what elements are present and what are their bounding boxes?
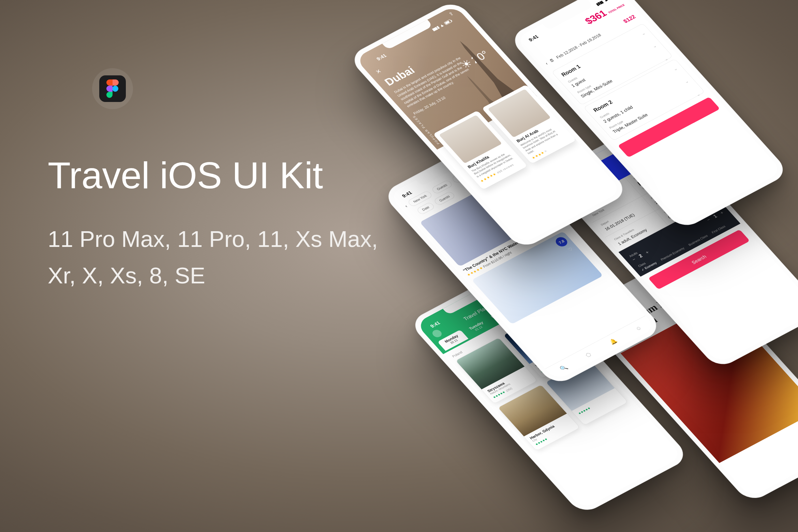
figma-badge bbox=[92, 68, 133, 109]
minus-button[interactable]: − bbox=[705, 217, 711, 222]
plus-button[interactable]: + bbox=[719, 210, 725, 215]
figma-icon bbox=[99, 75, 126, 102]
chevron-down-icon[interactable]: ⌄ bbox=[683, 78, 690, 84]
chevron-down-icon[interactable]: ⌄ bbox=[663, 56, 669, 62]
nightly-amount: $122 bbox=[622, 14, 637, 24]
rating-dots: ●●●●● bbox=[577, 406, 591, 415]
chevron-down-icon[interactable]: ⌄ bbox=[651, 43, 658, 49]
tab-search-icon[interactable]: 🔍 bbox=[558, 364, 569, 372]
avatar[interactable] bbox=[431, 328, 444, 339]
tab-bell-icon[interactable]: 🔔 bbox=[608, 338, 619, 346]
tab-profile-icon[interactable]: ☺ bbox=[634, 325, 643, 332]
clock: 9:41 bbox=[375, 53, 388, 61]
chevron-down-icon[interactable]: ⌄ bbox=[695, 92, 701, 98]
search-label: Search bbox=[691, 254, 708, 265]
svg-point-0 bbox=[112, 86, 118, 92]
adults-count: 2 bbox=[637, 253, 644, 258]
battery-icon bbox=[444, 19, 452, 25]
plus-button[interactable]: + bbox=[644, 250, 650, 255]
children-count: 1 bbox=[712, 213, 718, 219]
minus-button[interactable]: − bbox=[631, 256, 637, 262]
back-icon[interactable]: ‹ bbox=[404, 204, 409, 209]
calendar-icon: 🗓 bbox=[548, 58, 555, 63]
back-icon[interactable]: ‹ bbox=[544, 61, 549, 66]
signal-icon: ▮▮▮▮ bbox=[431, 25, 440, 32]
tab-home-icon[interactable]: ⬠ bbox=[584, 351, 593, 358]
total-label: TOTAL PRICE bbox=[608, 4, 625, 14]
review-count: (262) bbox=[505, 387, 513, 393]
